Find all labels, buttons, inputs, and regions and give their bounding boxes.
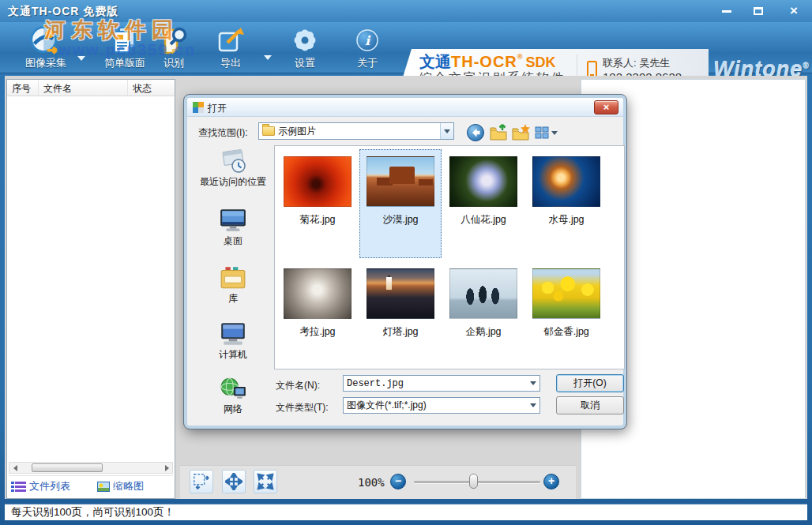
sidebar-item-desktop[interactable]: 桌面 [219,208,247,248]
filetype-label: 文件类型(T): [276,401,329,414]
settings-button[interactable]: 设置 [278,24,332,72]
open-button[interactable]: 打开(O) [556,374,624,392]
desktop-icon [219,208,247,233]
file-name: 沙漠.jpg [382,213,418,227]
sidebar-item-network[interactable]: 网络 [219,376,247,416]
filetype-dropdown-button[interactable] [526,398,539,413]
file-name: 郁金香.jpg [543,325,589,339]
cancel-button[interactable]: 取消 [556,396,624,414]
region-select-button[interactable] [190,470,213,493]
new-folder-button[interactable] [510,122,531,143]
tab-thumbnails-label: 缩略图 [113,479,144,493]
file-browser-area: 菊花.jpg 沙漠.jpg 八仙花.jpg 水母.jpg 考拉.jpg 灯塔.j… [274,145,625,369]
penguins-photo-thumbnail [449,268,517,319]
scrollbar-thumb[interactable] [32,463,103,472]
dialog-title: 打开 [208,102,227,115]
file-name: 水母.jpg [548,213,584,227]
zoom-slider-thumb[interactable] [469,474,478,489]
sidebar-item-label: 计算机 [219,348,247,362]
view-tabs: 文件列表 缩略图 [9,475,173,497]
zoom-percentage: 100% [358,476,385,489]
export-chevron-down-icon[interactable] [264,55,272,60]
up-one-level-button[interactable] [488,122,509,143]
views-grid-icon [534,125,550,141]
sidebar-item-label: 最近访问的位置 [200,175,266,189]
pan-move-button[interactable] [222,470,246,493]
filename-combobox[interactable]: Desert.jpg [343,375,540,392]
new-folder-icon [511,123,530,142]
lighthouse-photo-thumbnail [367,268,434,319]
file-list-panel: 序号 文件名 状态 文件列表 缩略图 [6,79,175,499]
settings-label: 设置 [295,56,315,70]
folder-up-icon [489,123,508,142]
banner-brand-en: TH-OCR [451,53,517,70]
tab-thumbnails[interactable]: 缩略图 [97,479,144,493]
file-item-qie[interactable]: 企鹅.jpg [442,261,524,369]
thumbnail-icon [97,482,110,492]
file-item-shuimu[interactable]: 水母.jpg [525,149,607,258]
fit-screen-button[interactable] [254,470,277,493]
registered-mark: ® [517,53,523,61]
about-button[interactable]: i 关于 [341,24,393,72]
dialog-title-bar[interactable]: 打开 × [187,98,623,117]
sidebar-item-libraries[interactable]: 库 [219,265,247,306]
column-header-status[interactable]: 状态 [128,80,173,96]
scroll-left-arrow[interactable] [9,463,21,473]
close-button[interactable]: × [782,3,806,19]
filename-label: 文件名(N): [276,379,320,392]
dialog-close-button[interactable]: × [594,100,618,114]
status-bar: 每天识别100页，尚可识别100页！ [5,504,807,520]
file-name: 八仙花.jpg [461,213,506,227]
banner-brand-cn: 文通 [419,53,451,70]
filename-value: Desert.jpg [344,378,526,389]
views-menu-button[interactable] [532,122,559,143]
file-item-dengta[interactable]: 灯塔.jpg [359,261,442,369]
file-item-yujinxiang[interactable]: 郁金香.jpg [525,261,607,369]
file-item-shamo-selected[interactable]: 沙漠.jpg [359,149,442,258]
folder-icon [262,126,275,136]
region-select-icon [192,472,211,491]
watermark-text: 河东软件园 [44,16,179,44]
horizontal-scrollbar[interactable] [9,462,173,474]
column-header-index[interactable]: 序号 [7,80,39,96]
hydrangea-photo-thumbnail [449,156,517,207]
banner-sdk: SDK [525,54,555,70]
file-name: 考拉.jpg [299,325,335,339]
lookin-dropdown-button[interactable] [440,123,453,139]
export-label: 导出 [220,56,241,70]
watermark-url: www.pc0359.cn [58,41,196,59]
sidebar-item-recent[interactable]: 最近访问的位置 [200,147,266,189]
tab-file-list-label: 文件列表 [29,479,70,493]
filetype-value: 图像文件(*.tif;*.jpg) [344,399,526,412]
back-button[interactable] [465,122,486,143]
file-item-juhua[interactable]: 菊花.jpg [276,149,359,258]
maximize-icon [754,7,763,15]
sidebar-item-computer[interactable]: 计算机 [219,321,247,362]
filename-dropdown-button[interactable] [526,376,539,391]
desert-photo-thumbnail [367,156,434,207]
filetype-combobox[interactable]: 图像文件(*.tif;*.jpg) [343,397,540,414]
lookin-label: 查找范围(I): [198,126,248,140]
column-header-filename[interactable]: 文件名 [39,80,128,96]
gear-icon [291,24,318,56]
chevron-down-icon [530,381,536,385]
file-name: 企鹅.jpg [465,325,501,339]
dialog-sidebar: 最近访问的位置 桌面 [194,144,273,416]
recent-places-icon [218,147,248,174]
file-item-baxianhua[interactable]: 八仙花.jpg [442,149,524,258]
scroll-right-arrow[interactable] [161,463,172,473]
zoom-out-button[interactable]: − [390,474,406,489]
export-button[interactable]: 导出 [204,24,258,72]
zoom-in-button[interactable]: + [543,474,559,489]
dialog-app-icon [193,102,204,113]
flower-photo-thumbnail [284,156,351,207]
tab-file-list[interactable]: 文件列表 [15,479,70,493]
minimize-button[interactable] [715,3,739,19]
quota-status-text: 每天识别100页，尚可识别100页！ [11,505,175,519]
file-item-kaola[interactable]: 考拉.jpg [276,261,359,369]
lookin-combobox[interactable]: 示例图片 [258,122,454,140]
sidebar-item-label: 库 [228,292,238,306]
file-name: 菊花.jpg [299,213,335,227]
maximize-button[interactable] [746,3,770,19]
app-window: 文通TH-OCR 免费版 × 河东软件园 www.pc0359.cn 图像采集 [0,0,812,525]
